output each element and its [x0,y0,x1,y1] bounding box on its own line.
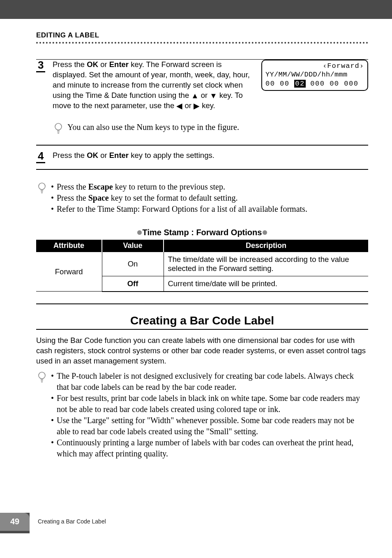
text: Press the [53,151,87,160]
bullet-icon [263,230,267,235]
note-item: Continuously printing a large number of … [51,437,368,459]
col-description: Description [164,240,368,252]
cell-value: Off [102,276,164,292]
col-value: Value [102,240,164,252]
tip-item: Press the Space key to set the format to… [51,192,307,204]
dotted-divider [36,42,368,44]
step-3: 3 Press the OK or Enter key. The Forward… [36,60,368,115]
svg-point-1 [39,183,45,190]
lcd-format-line: YY/MM/WW/DDD/hh/mmm [265,70,364,79]
table-header-row: Attribute Value Description [36,240,368,252]
section-intro: Using the Bar Code function you can crea… [36,336,368,366]
tip-text: You can also use the Num keys to type in… [67,122,239,133]
text: Press the [57,193,88,202]
key-escape: Escape [88,182,113,191]
svg-point-2 [39,372,45,379]
text: or [98,60,109,69]
section-divider [36,303,368,304]
text: key to apply the settings. [129,151,214,160]
right-arrow-icon: ▶ [194,101,200,111]
text: or [98,151,109,160]
key-ok: OK [87,151,98,160]
step-3-body: Press the OK or Enter key. The Forward s… [53,60,254,111]
footer-text: Creating a Bar Code Label [38,518,106,525]
cell-description: The time/date will be increased accordin… [164,252,368,276]
lcd-val-b: 000 00 000 [306,80,359,88]
section-notes: The P-touch labeler is not designed excl… [36,370,368,459]
cell-attribute: Forward [36,252,102,292]
tip-item: Refer to the Time Stamp: Forward Options… [51,204,307,215]
lightbulb-icon [38,182,47,195]
step-number-cell: 3 [36,60,53,72]
down-arrow-icon: ▼ [210,91,217,101]
lcd-val-a: 00 00 [265,80,294,88]
notes-list: The P-touch labeler is not designed excl… [51,370,368,459]
lcd-selected-value: 02 [294,80,305,88]
forward-options-table: Attribute Value Description Forward On T… [36,240,368,292]
note-item: For best results, print bar code labels … [51,393,368,415]
lcd-values-line: 00 00 02 000 00 000 [265,79,364,88]
up-arrow-icon: ▲ [191,91,198,101]
key-enter: Enter [109,60,129,69]
text: Press the [57,182,88,191]
text: or [182,101,194,110]
svg-point-0 [55,123,62,130]
lightbulb-icon [54,123,63,136]
section-heading: Creating a Bar Code Label [36,314,368,327]
step-number: 4 [36,150,45,163]
tips-block: Press the Escape key to return to the pr… [36,181,368,215]
page-footer: 49 Creating a Bar Code Label [0,513,392,533]
col-attribute: Attribute [36,240,102,252]
table-title: Time Stamp : Forward Options [36,228,368,237]
step-number: 3 [36,60,45,72]
text: key to set the format to default setting… [109,193,238,202]
page-number: 49 [0,513,30,531]
text: or [199,91,210,100]
bullet-icon [137,230,142,235]
key-ok: OK [87,60,98,69]
lcd-title: ‹Forward› [265,62,364,70]
text: key. [200,101,215,110]
step-divider [36,169,368,170]
note-item: The P-touch labeler is not designed excl… [51,370,368,393]
note-item: Use the "Large" setting for "Width" when… [51,415,368,437]
step-4: 4 Press the OK or Enter key to apply the… [36,150,368,167]
text: Press the [53,60,87,69]
lcd-screenshot: ‹Forward› YY/MM/WW/DDD/hh/mmm 00 00 02 0… [261,60,368,91]
cell-value: On [102,252,164,276]
table-row: Forward On The time/date will be increas… [36,252,368,276]
value-off: Off [127,279,138,288]
cell-description: Current time/date will be printed. [164,276,368,292]
step-divider [36,145,368,146]
header-bar [0,0,392,19]
tip-item: Press the Escape key to return to the pr… [51,181,307,192]
lightbulb-icon [38,371,47,384]
step-4-body: Press the OK or Enter key to apply the s… [53,150,368,161]
key-space: Space [88,193,109,202]
page-content: EDITING A LABEL 3 Press the OK or Enter … [0,19,392,459]
tips-list: Press the Escape key to return to the pr… [51,181,307,215]
step-number-cell: 4 [36,150,53,163]
key-enter: Enter [109,151,129,160]
tip-numkeys: You can also use the Num keys to type in… [36,122,368,136]
text: key to return to the previous step. [113,182,225,191]
section-category: EDITING A LABEL [36,31,368,39]
section-divider [36,329,368,330]
table-title-text: Time Stamp : Forward Options [143,228,262,237]
left-arrow-icon: ◀ [176,101,182,111]
